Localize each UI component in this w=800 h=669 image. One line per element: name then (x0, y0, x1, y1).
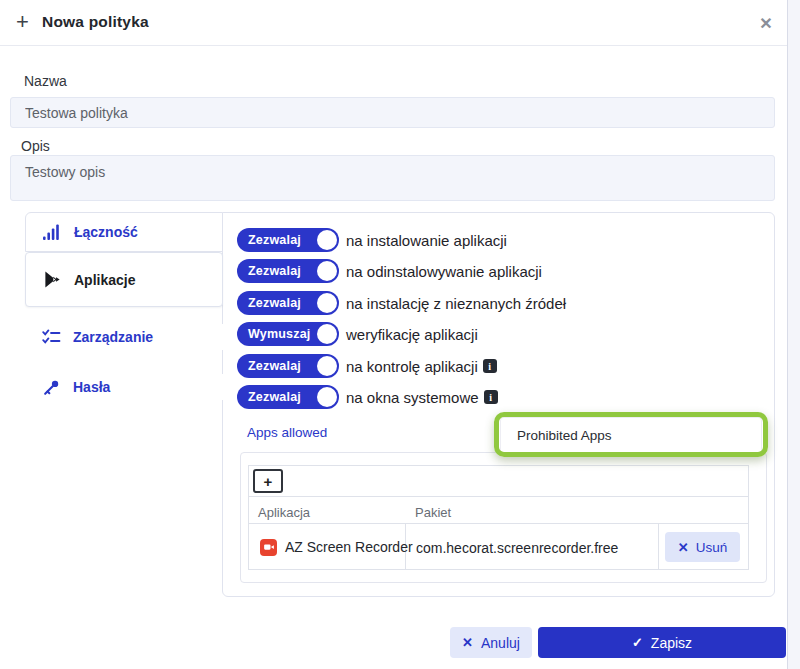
toggle-row-uninstall: Zezwalaj na odinstalowywanie aplikacji (237, 259, 542, 283)
toggle-switch[interactable]: Zezwalaj (237, 291, 339, 315)
sidebar-item-aplikacje[interactable]: Aplikacje (25, 252, 223, 307)
toggle-switch-label: Zezwalaj (237, 359, 301, 373)
name-input[interactable] (10, 97, 775, 128)
modal-title: Nowa polityka (42, 13, 149, 31)
toggle-knob (317, 293, 337, 313)
sidebar-item-label: Hasła (73, 379, 110, 395)
package-name: com.hecorat.screenrecorder.free (416, 540, 618, 556)
checklist-icon (41, 327, 61, 347)
toggle-switch[interactable]: Zezwalaj (237, 228, 339, 252)
toggle-row-verify-apps: Wymuszaj weryfikację aplikacji (237, 322, 478, 346)
key-icon (41, 377, 61, 397)
toggle-switch[interactable]: Wymuszaj (237, 322, 339, 346)
toggle-switch[interactable]: Zezwalaj (237, 385, 339, 409)
toggle-switch-label: Zezwalaj (237, 233, 301, 247)
sidebar-item-label: Aplikacje (74, 272, 135, 288)
name-label: Nazwa (24, 73, 67, 89)
column-header-pakiet: Pakiet (415, 505, 451, 520)
app-name: AZ Screen Recorder (285, 539, 413, 555)
delete-label: Usuń (696, 540, 728, 555)
apps-table-toolbar (248, 465, 749, 497)
toggle-description: weryfikację aplikacji (346, 326, 478, 343)
table-cell-divider (658, 524, 659, 570)
save-check-icon: ✓ (632, 635, 643, 650)
description-label: Opis (21, 138, 50, 154)
modal-edge-gutter (787, 0, 800, 669)
toggle-row-app-control: Zezwalaj na kontrolę aplikacji i (237, 354, 497, 378)
description-input[interactable]: Testowy opis (10, 155, 775, 201)
sidebar-item-hasla[interactable]: Hasła (25, 374, 223, 400)
save-button[interactable]: ✓ Zapisz (538, 627, 786, 658)
modal-header: + Nowa polityka ✕ (0, 0, 787, 46)
info-icon[interactable]: i (484, 390, 498, 404)
delete-button[interactable]: ✕ Usuń (665, 532, 740, 562)
toggle-knob (317, 324, 337, 344)
info-icon[interactable]: i (483, 359, 497, 373)
toggle-switch-label: Zezwalaj (237, 390, 301, 404)
toggle-description: na kontrolę aplikacji (346, 358, 478, 375)
delete-x-icon: ✕ (678, 540, 689, 555)
tab-prohibited-apps[interactable]: Prohibited Apps (500, 417, 762, 453)
signal-bars-icon (42, 222, 62, 242)
sidebar-item-zarzadzanie[interactable]: Zarządzanie (25, 324, 223, 350)
toggle-knob (317, 356, 337, 376)
toggle-row-install: Zezwalaj na instalowanie aplikacji (237, 228, 507, 252)
save-label: Zapisz (651, 635, 692, 651)
toggle-description: na okna systemowe (346, 389, 479, 406)
add-app-button[interactable]: + (253, 469, 283, 493)
toggle-knob (317, 387, 337, 407)
sidebar-item-label: Zarządzanie (73, 329, 153, 345)
sidebar-item-label: Łączność (74, 224, 138, 240)
toggle-switch-label: Zezwalaj (237, 296, 301, 310)
play-store-icon (42, 270, 62, 290)
toggle-switch[interactable]: Zezwalaj (237, 259, 339, 283)
toggle-switch-label: Wymuszaj (237, 327, 311, 341)
tab-apps-allowed[interactable]: Apps allowed (247, 425, 327, 440)
toggle-knob (317, 261, 337, 281)
table-row-divider (248, 523, 749, 524)
cancel-x-icon: ✕ (462, 635, 473, 650)
toggle-row-system-windows: Zezwalaj na okna systemowe i (237, 385, 498, 409)
cancel-label: Anuluj (481, 635, 520, 651)
sidebar-item-lacznosc[interactable]: Łączność (25, 212, 223, 252)
close-icon[interactable]: ✕ (754, 11, 778, 35)
toggle-description: na instalację z nieznanych źródeł (346, 295, 566, 312)
cancel-button[interactable]: ✕ Anuluj (450, 627, 532, 658)
toggle-switch[interactable]: Zezwalaj (237, 354, 339, 378)
toggle-switch-label: Zezwalaj (237, 264, 301, 278)
video-recorder-icon (260, 539, 277, 556)
table-row-app-cell: AZ Screen Recorder (260, 532, 413, 562)
toggle-description: na odinstalowywanie aplikacji (346, 263, 542, 280)
toggle-description: na instalowanie aplikacji (346, 232, 507, 249)
toggle-knob (317, 230, 337, 250)
column-header-aplikacja: Aplikacja (258, 505, 310, 520)
plus-icon: + (16, 10, 29, 34)
toggle-row-unknown-sources: Zezwalaj na instalację z nieznanych źród… (237, 291, 566, 315)
